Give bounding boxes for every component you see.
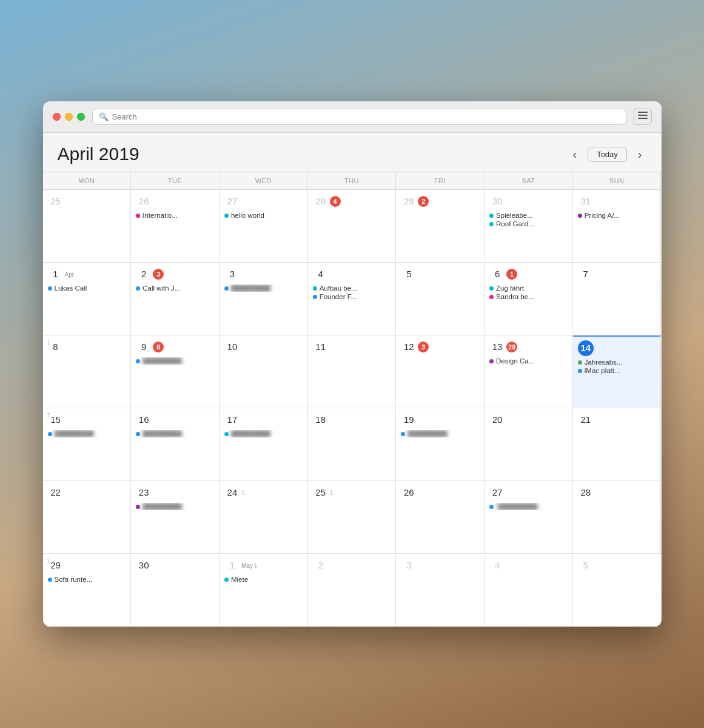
day-cell[interactable]: 23Call with J... [131,263,220,335]
event-title: iMac platt... [585,367,620,374]
svg-rect-3 [640,112,640,119]
day-cell[interactable]: 16████████ [131,408,220,481]
event-title: Sofa runte... [55,576,93,583]
day-cell[interactable]: 23████████ [131,481,220,554]
event[interactable]: ████████ [136,430,214,437]
day-cell[interactable]: 18 [43,335,132,408]
day-cell[interactable]: 2 [308,554,397,627]
event-title: ████████ [142,503,182,510]
event-title: hello world [231,212,264,219]
day-cell[interactable]: 17████████ [220,408,308,481]
day-number-wrap: 26 [136,194,214,209]
day-number: 2 [136,266,152,282]
day-cell[interactable]: 18 [308,408,397,481]
event[interactable]: Design Ca... [489,357,568,365]
day-cell[interactable]: 27\████████.. [484,481,573,554]
event[interactable]: Sofa runte... [48,576,126,583]
event[interactable]: Zug fährt [489,285,568,292]
list-view-button[interactable] [634,109,652,125]
day-cell[interactable]: 4Aufbau be...Founder F... [308,263,397,335]
day-cell[interactable]: 22 [43,481,132,554]
day-cell[interactable]: 1329Design Ca... [484,335,573,408]
day-cell[interactable]: 715████████ [43,408,132,481]
close-button[interactable] [53,113,61,121]
notification-badge: 2 [418,196,429,207]
event[interactable]: Pricing A/... [578,212,656,219]
day-cell[interactable]: 10 [220,335,308,408]
event[interactable]: ████████ [401,430,479,437]
day-cell[interactable]: 28 [573,481,662,554]
event[interactable]: ████████ [136,357,214,365]
day-number: 30 [489,194,505,209]
day-cell[interactable]: 129Sofa runte... [43,554,132,627]
day-number-wrap: 27 [224,194,303,209]
day-cell[interactable]: 7 [573,263,662,335]
search-input[interactable] [112,112,620,121]
event[interactable]: Lukas Call [48,285,126,292]
event[interactable]: Call with J... [136,285,214,292]
event-title: Spieleabe... [496,212,533,219]
day-cell[interactable]: 98████████ [131,335,220,408]
event[interactable]: Jahresabs... [578,359,656,366]
maximize-button[interactable] [77,113,85,121]
day-cell[interactable]: 26Internatio... [131,190,220,263]
prev-month-button[interactable]: ‹ [568,145,582,164]
event[interactable]: Spieleabe... [489,212,568,219]
day-cell[interactable]: 11 [308,335,397,408]
day-cell[interactable]: 241 [220,481,308,554]
event[interactable]: Internatio... [136,212,214,219]
day-number: 27 [489,485,505,500]
day-number-wrap: 98 [136,339,214,355]
day-number: 5 [578,558,594,573]
event[interactable]: \████████.. [489,503,568,510]
day-cell[interactable]: 31Pricing A/... [573,190,662,263]
day-cell[interactable]: 5 [396,263,484,335]
day-cell[interactable]: 26 [396,481,484,554]
event-title: Internatio... [142,212,178,219]
day-number-wrap: 5 [401,266,479,282]
event-title: Miete [231,576,248,583]
day-number: 29 [401,194,417,209]
event[interactable]: ████████. [224,285,303,292]
today-button[interactable]: Today [588,147,627,162]
event[interactable]: Aufbau be... [313,285,391,292]
event[interactable]: Roof Gard... [489,220,568,228]
day-cell[interactable]: 3 [396,554,484,627]
event[interactable]: Miete [224,576,303,583]
day-cell[interactable]: 1 May1Miete [220,554,308,627]
event[interactable]: iMac platt... [578,367,656,374]
day-cell[interactable]: 25 [43,190,132,263]
day-cell[interactable]: 251 [308,481,397,554]
search-bar[interactable]: 🔍 [92,109,626,125]
day-cell[interactable]: 5 [573,554,662,627]
day-cell[interactable]: 30 [131,554,220,627]
day-cell[interactable]: 123 [396,335,484,408]
day-cell[interactable]: 27hello world [220,190,308,263]
day-cell[interactable]: 284 [308,190,397,263]
event[interactable]: ████████ [48,430,126,437]
event-dot [489,222,494,226]
event[interactable]: Founder F... [313,293,391,300]
next-month-button[interactable]: › [633,145,647,164]
day-cell[interactable]: 19████████ [396,408,484,481]
minimize-button[interactable] [65,113,73,121]
event[interactable]: hello world [224,212,303,219]
day-cell[interactable]: 14Jahresabs...iMac platt... [573,335,662,408]
day-cell[interactable]: 30Spieleabe...Roof Gard... [484,190,573,263]
event[interactable]: ████████ [136,503,214,510]
day-cell[interactable]: 292 [396,190,484,263]
month-label: Apr [65,271,75,278]
day-cell[interactable]: 4 [484,554,573,627]
day-cell[interactable]: 1 AprLukas Call [43,263,132,335]
day-cell[interactable]: 61Zug fährtSandra be... [484,263,573,335]
day-number-wrap: 2 [313,558,391,573]
event-title: Sandra be... [496,293,534,300]
day-cell[interactable]: 21 [573,408,662,481]
event-title: Jahresabs... [585,359,623,366]
event[interactable]: ████████ [224,430,303,437]
small-badge: 1 [241,490,245,496]
day-cell[interactable]: 3████████. [220,263,308,335]
week-number: 7 [47,412,50,419]
event[interactable]: Sandra be... [489,293,568,300]
day-cell[interactable]: 20 [484,408,573,481]
